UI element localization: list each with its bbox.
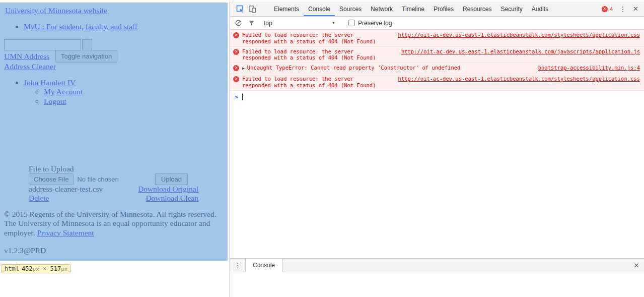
user-name-link[interactable]: John Hamlett IV (24, 78, 76, 87)
console-source-link[interactable]: http://oit-ac-dev.us-east-1.elasticbeans… (392, 32, 640, 38)
error-icon: ✕ (233, 49, 239, 55)
text-cursor (242, 94, 243, 100)
list-item: Logout (44, 97, 83, 106)
console-source-link[interactable]: http://oit-ac-dev.us-east-1.elasticbeans… (392, 76, 640, 82)
upload-row: Choose File No file chosen Upload (29, 173, 188, 185)
device-toolbar-button[interactable] (246, 2, 258, 16)
file-name-text: address-cleaner-test.csv (29, 185, 103, 194)
devtools-tabs: Elements Console Sources Network Timelin… (269, 2, 553, 16)
clear-console-button[interactable] (235, 19, 242, 27)
error-count-badge[interactable]: ✕ 4 (602, 6, 613, 12)
tab-security[interactable]: Security (496, 2, 527, 16)
tab-network[interactable]: Network (366, 2, 397, 16)
preserve-log-label: Preserve log (358, 20, 392, 27)
expand-arrow-icon[interactable]: ▶ (242, 66, 245, 72)
error-count: 4 (610, 6, 613, 12)
copyright-text: © 2015 Regents of the University of Minn… (4, 210, 217, 237)
logout-link[interactable]: Logout (44, 97, 66, 105)
upload-button[interactable]: Upload (155, 173, 188, 185)
console-error-row: ✕ Failed to load resource: the server re… (230, 30, 644, 47)
inspect-cursor-icon (236, 5, 244, 13)
download-original-link[interactable]: Download Original (138, 185, 198, 194)
myu-link[interactable]: MyU : For student, faculty, and staff (24, 22, 137, 31)
tab-timeline[interactable]: Timeline (397, 2, 429, 16)
overflow-menu-icon[interactable]: ⋮ (619, 5, 626, 13)
error-icon: ✕ (602, 6, 608, 12)
toolbar-right-controls: ✕ 4 ⋮ ✕ (602, 2, 644, 16)
user-menu-list: John Hamlett IV My Account Logout (4, 78, 83, 106)
my-account-link[interactable]: My Account (44, 87, 83, 96)
choose-file-button[interactable]: Choose File (29, 173, 74, 185)
console-toolbar: top ▼ Preserve log (230, 17, 644, 30)
privacy-statement-link[interactable]: Privacy Statement (37, 228, 94, 237)
device-toolbar-icon (248, 5, 256, 13)
console-messages-area: ✕ Failed to load resource: the server re… (230, 30, 644, 258)
myu-list: MyU : For student, faculty, and staff (4, 22, 137, 31)
console-message-text: Failed to load resource: the server resp… (242, 48, 383, 62)
clear-console-icon (235, 19, 242, 27)
context-selected-value: top (264, 20, 272, 27)
console-error-row: ✕ Failed to load resource: the server re… (230, 74, 644, 91)
list-item: John Hamlett IV My Account Logout (24, 78, 83, 106)
tab-resources[interactable]: Resources (458, 2, 496, 16)
execution-context-select[interactable]: top ▼ (262, 19, 337, 28)
console-prompt[interactable]: > (230, 91, 644, 103)
preserve-log-checkbox[interactable] (348, 20, 355, 26)
drawer-tab-console[interactable]: Console (245, 259, 282, 272)
console-error-row: ✕ ▶ Uncaught TypeError: Cannot read prop… (230, 63, 644, 74)
filter-button[interactable] (248, 20, 255, 26)
tab-console[interactable]: Console (304, 2, 335, 16)
file-row: address-cleaner-test.csv Download Origin… (29, 185, 198, 194)
inspect-size-tooltip: html 452px × 517px (2, 264, 70, 273)
file-to-upload-label: File to Upload (29, 164, 74, 173)
toggle-navigation-button[interactable]: Toggle navigation (55, 50, 117, 63)
download-clean-link[interactable]: Download Clean (146, 194, 198, 203)
umn-address-link[interactable]: UMN Address (4, 52, 49, 61)
inspect-element-button[interactable] (234, 2, 246, 16)
error-icon: ✕ (233, 65, 239, 71)
umn-site-link[interactable]: University of Minnesota website (5, 6, 107, 15)
drawer-close-icon[interactable]: ✕ (629, 259, 644, 272)
console-source-link[interactable]: bootstrap-accessibility.min.js:4 (532, 65, 640, 71)
search-submit-button[interactable] (82, 39, 92, 50)
prompt-chevron-icon: > (235, 94, 238, 100)
tooltip-dimensions: 452px × 517px (22, 265, 68, 272)
console-message-text: Uncaught TypeError: Cannot read property… (247, 65, 461, 71)
devtools-panel: Elements Console Sources Network Timelin… (230, 2, 644, 297)
console-source-link[interactable]: http://oit-ac-dev.us-east-1.elasticbeans… (395, 48, 640, 55)
filter-funnel-icon (248, 20, 255, 26)
devtools-close-icon[interactable]: ✕ (633, 5, 638, 13)
page-footer: © 2015 Regents of the University of Minn… (4, 210, 221, 237)
chevron-down-icon: ▼ (332, 21, 335, 25)
error-icon: ✕ (233, 32, 239, 38)
user-submenu: My Account Logout (24, 87, 83, 106)
list-item: My Account (44, 87, 83, 96)
devtools-main-toolbar: Elements Console Sources Network Timelin… (230, 2, 644, 17)
drawer-menu-icon[interactable]: ⋮ (230, 259, 245, 272)
tab-sources[interactable]: Sources (335, 2, 366, 16)
tab-profiles[interactable]: Profiles (429, 2, 458, 16)
delete-link[interactable]: Delete (29, 194, 49, 203)
tab-elements[interactable]: Elements (269, 2, 304, 16)
file-action-row: Delete Download Clean (29, 194, 198, 203)
devtools-drawer: ⋮ Console ✕ (230, 258, 644, 297)
browser-page: University of Minnesota website MyU : Fo… (0, 0, 230, 297)
tab-audits[interactable]: Audits (527, 2, 553, 16)
list-item: MyU : For student, faculty, and staff (24, 22, 137, 31)
drawer-header: ⋮ Console ✕ (230, 259, 644, 272)
drawer-body (230, 272, 644, 297)
search-input[interactable] (4, 39, 81, 50)
error-icon: ✕ (233, 76, 239, 82)
no-file-chosen-text: No file chosen (77, 175, 118, 183)
tooltip-tag: html (5, 265, 19, 272)
address-cleaner-link[interactable]: Address Cleaner (4, 62, 56, 71)
version-text: v1.2.3@PRD (4, 246, 46, 255)
console-message-text: Failed to load resource: the server resp… (242, 32, 383, 45)
console-message-text: Failed to load resource: the server resp… (242, 76, 383, 89)
console-error-row: ✕ Failed to load resource: the server re… (230, 47, 644, 64)
